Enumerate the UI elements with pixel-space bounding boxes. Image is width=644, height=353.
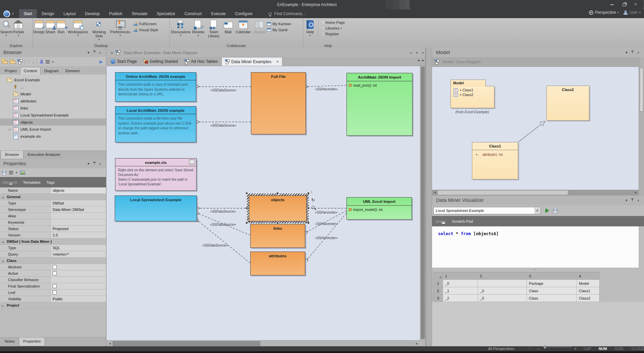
checkbox[interactable] <box>53 291 57 295</box>
property-row[interactable]: Type DMSet <box>0 200 106 207</box>
grid-row[interactable]: 1 _0 Package Model <box>433 280 599 287</box>
query-editor[interactable]: select * from [objects$] <box>432 226 639 268</box>
visual-style-button[interactable]: Visual Style <box>133 28 158 32</box>
tree-item[interactable]: example.xls <box>0 133 106 140</box>
grid-cell[interactable]: _0 <box>478 287 527 294</box>
zoom-in-icon[interactable]: + <box>574 347 576 351</box>
tab-templates[interactable]: Templates <box>23 180 40 184</box>
property-value[interactable]: Public <box>50 296 106 302</box>
tab-getting-started[interactable]: Getting Started <box>140 57 181 66</box>
expander-icon[interactable]: ▷ <box>9 128 13 131</box>
minimize-button[interactable] <box>607 2 617 7</box>
user-label[interactable]: User <box>629 10 638 15</box>
grid-row[interactable]: 2 _1 _0 Class Class1 <box>433 287 599 295</box>
property-row[interactable]: Active <box>0 270 106 277</box>
property-value[interactable] <box>50 277 106 283</box>
tab-tags[interactable]: Tags <box>47 180 55 184</box>
perspectives-status[interactable]: All Perspectives <box>488 347 514 351</box>
diagram-canvas[interactable]: «SSDataSource» «SSDataSource» «SSHarvest… <box>107 66 420 340</box>
property-value[interactable]: objects <box>50 187 106 193</box>
property-row[interactable]: Keywords <box>0 219 106 226</box>
checkbox[interactable] <box>53 271 57 275</box>
find-command[interactable]: Find Command... <box>269 9 305 18</box>
grid-cell[interactable]: Model <box>577 280 600 287</box>
save-icon[interactable] <box>2 171 6 175</box>
discussions-button[interactable]: Discussions▾ <box>170 20 192 37</box>
design-button[interactable]: ✎Design <box>33 20 45 34</box>
close-diagram-icon[interactable]: × <box>422 51 424 55</box>
dock-tab[interactable]: Execution Analyzer <box>23 151 64 159</box>
menu-tab[interactable]: Start <box>19 9 37 18</box>
grid-cell[interactable]: _0 <box>478 295 527 302</box>
close-button[interactable]: × <box>631 2 641 7</box>
browser-tab[interactable]: Element <box>62 68 83 75</box>
scroll-right-icon[interactable]: ▸ <box>414 341 419 346</box>
search-button[interactable]: Search▾ <box>0 20 12 37</box>
property-row[interactable]: Project <box>0 302 106 309</box>
property-row[interactable]: Final Specialization <box>0 283 106 290</box>
panel-menu-icon[interactable]: ▾ <box>88 162 90 166</box>
package-item[interactable]: + Class2 <box>451 92 494 97</box>
property-row[interactable]: Classifier Behavior <box>0 277 106 283</box>
resize-handle[interactable] <box>307 207 310 209</box>
model-vertical-scrollbar[interactable] <box>639 57 644 195</box>
panel-menu-icon[interactable]: ▾ <box>88 50 90 55</box>
grid-splitter[interactable]: ⋯ <box>432 268 639 272</box>
menu-tab[interactable]: Simulate <box>127 9 152 18</box>
checkbox[interactable] <box>53 265 57 269</box>
preferences-button[interactable]: Preferences▾ <box>109 20 131 37</box>
property-row[interactable]: Name objects <box>0 187 106 194</box>
menu-tab[interactable]: Design <box>37 9 59 18</box>
element-local-spreadsheet-example[interactable]: Local Spreadsheet Example <box>115 195 197 221</box>
user-dropdown-icon[interactable]: ▾ <box>639 11 641 14</box>
tree-item[interactable]: attributes <box>0 97 106 104</box>
breadcrumb[interactable]: Data Miner Examples. Data Miner Diagram <box>124 51 197 55</box>
element-attributes[interactable]: attributes <box>250 252 305 275</box>
zoom-out-icon[interactable]: – <box>537 347 539 351</box>
element-uml-excel-import[interactable]: UML Excel Import import_model(): int <box>346 197 412 220</box>
portals-button[interactable]: Portals▾ <box>13 20 24 37</box>
grid-cell[interactable]: Package <box>527 280 577 287</box>
property-value[interactable] <box>50 283 106 289</box>
new-diagram-icon[interactable] <box>17 59 22 64</box>
property-value[interactable]: 1.0 <box>50 232 106 238</box>
property-row[interactable]: Status Proposed <box>0 226 106 232</box>
model-horizontal-scrollbar[interactable]: ◂ ▸ <box>432 190 639 195</box>
new-package-icon[interactable] <box>2 59 7 64</box>
property-value[interactable]: DMSet <box>50 200 106 206</box>
menu-dropdown-icon[interactable]: ▾ <box>52 60 54 63</box>
property-value[interactable] <box>50 264 106 270</box>
share-button[interactable]: Share <box>45 20 55 34</box>
grid-cell[interactable]: Class1 <box>577 287 600 294</box>
menu-dropdown-icon[interactable]: ▾ <box>16 171 17 174</box>
element-local-archimate-json-example[interactable]: Local ArchiMate JSON example This connec… <box>115 106 196 142</box>
grid-cell[interactable] <box>478 280 527 287</box>
package-tab[interactable]: Model <box>450 80 486 86</box>
my-kanban-button[interactable]: My Kanban <box>267 22 291 26</box>
property-row[interactable]: Abstract <box>0 264 106 270</box>
grid-cell[interactable]: Class2 <box>577 295 600 302</box>
property-row[interactable]: General <box>0 194 106 200</box>
app-logo-icon[interactable] <box>3 10 10 17</box>
tree-item[interactable]: Excel Example <box>0 76 106 83</box>
panel-splitter[interactable] <box>425 48 432 346</box>
hamburger-menu-icon[interactable] <box>9 171 13 174</box>
collapse-icon[interactable]: « <box>410 51 412 55</box>
magnifier-icon[interactable] <box>312 206 315 209</box>
element-objects[interactable]: objects <box>249 195 307 221</box>
resize-handle[interactable] <box>307 222 310 224</box>
grid-cell[interactable]: _2 <box>443 295 478 302</box>
perspective-label[interactable]: Perspective <box>595 10 616 15</box>
grid-row[interactable]: 3 _2 _0 Class Class2 <box>433 295 599 302</box>
package-item[interactable]: + Class1 <box>451 86 494 92</box>
browser-tab[interactable]: Context <box>20 67 41 75</box>
canvas-vertical-scrollbar[interactable] <box>420 66 425 340</box>
property-value[interactable]: Data Miner::DMSet <box>50 207 106 213</box>
property-value[interactable] <box>50 270 106 276</box>
fullscreen-button[interactable]: FullScreen <box>133 22 158 26</box>
move-up-icon[interactable]: ↑ <box>28 59 30 64</box>
grid-cell[interactable]: _0 <box>443 280 478 287</box>
property-row[interactable]: Stereotype Data Miner::DMSet <box>0 207 106 213</box>
review-button[interactable]: Review▾ <box>192 20 204 37</box>
run-button[interactable]: ▸▸Run <box>56 20 66 34</box>
